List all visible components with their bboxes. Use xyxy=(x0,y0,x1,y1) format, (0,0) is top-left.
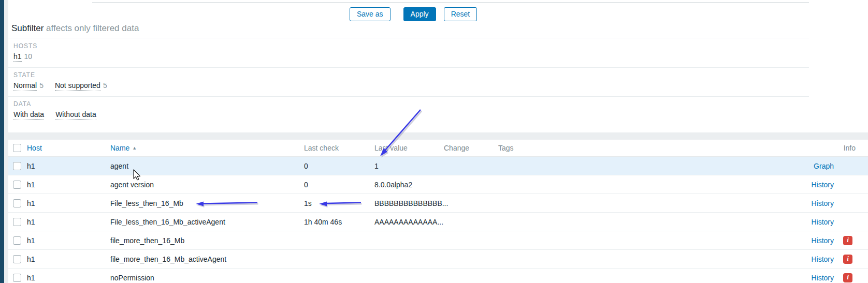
last-check-value: 1s xyxy=(304,194,312,213)
host-link[interactable]: h1 xyxy=(27,231,35,251)
history-link[interactable]: History xyxy=(811,250,834,269)
row-checkbox[interactable] xyxy=(13,236,21,245)
subfilter-title-note: affects only filtered data xyxy=(46,23,139,33)
last-check-value: 1h 40m 46s xyxy=(304,213,342,231)
error-info-icon[interactable]: i xyxy=(843,273,852,282)
table-row: h1 File_less_then_16_Mb 1s BBBBBBBBBBBBB… xyxy=(8,194,868,213)
data-subfilter-links: With data Without data xyxy=(13,110,108,118)
subfilter-host-h1[interactable]: h1 xyxy=(13,52,22,62)
data-section-label: DATA xyxy=(13,100,31,108)
subfilter-state-normal[interactable]: Normal xyxy=(13,81,37,91)
item-name-link[interactable]: noPermission xyxy=(110,269,154,283)
row-checkbox[interactable] xyxy=(13,218,21,226)
sort-name-header[interactable]: Name xyxy=(110,144,129,152)
last-value-header: Last value xyxy=(374,140,408,157)
subfilter-state-not-supported-count: 5 xyxy=(103,81,107,90)
last-value: BBBBBBBBBBBBBB... xyxy=(374,194,448,213)
sidebar-edge xyxy=(0,0,4,283)
subfilter-state-normal-count: 5 xyxy=(39,81,44,90)
row-checkbox[interactable] xyxy=(13,255,21,263)
item-name-link[interactable]: agent xyxy=(110,157,128,176)
table-row: h1 file_more_then_16_Mb History i xyxy=(8,231,868,250)
zabbix-latest-data-screen: Save as Apply Reset Subfilter affects on… xyxy=(0,0,868,283)
table-row: h1 agent 0 1 Graph xyxy=(8,157,868,175)
state-subfilter-links: Normal5 Not supported5 xyxy=(13,81,119,90)
save-as-button[interactable]: Save as xyxy=(350,7,390,21)
item-name-link[interactable]: file_more_then_16_Mb_activeAgent xyxy=(110,250,226,270)
sort-asc-icon: ▲ xyxy=(132,145,137,151)
subfilter-without-data[interactable]: Without data xyxy=(55,110,96,120)
apply-button[interactable]: Apply xyxy=(403,7,436,21)
table-row: h1 agent version 0 8.0.0alpha2 History xyxy=(8,175,868,194)
subfilter-with-data[interactable]: With data xyxy=(13,110,44,120)
subfilter-host-count: 10 xyxy=(24,52,33,61)
change-header: Change xyxy=(444,140,469,157)
reset-button[interactable]: Reset xyxy=(444,7,478,21)
filter-buttons: Save as Apply Reset xyxy=(350,7,477,21)
row-checkbox[interactable] xyxy=(13,274,21,282)
state-section-label: STATE xyxy=(13,71,35,79)
tags-header: Tags xyxy=(498,140,514,157)
table-header-row: Host Name▲ Last check Last value Change … xyxy=(8,140,868,157)
row-checkbox[interactable] xyxy=(13,199,21,207)
item-name-link[interactable]: File_less_then_16_Mb_activeAgent xyxy=(110,213,225,232)
host-link[interactable]: h1 xyxy=(27,175,35,195)
error-info-icon[interactable]: i xyxy=(843,236,852,245)
history-link[interactable]: History xyxy=(811,269,834,283)
latest-data-table: Host Name▲ Last check Last value Change … xyxy=(8,140,868,283)
host-link[interactable]: h1 xyxy=(27,157,35,176)
last-check-header: Last check xyxy=(304,140,339,157)
table-row: h1 noPermission History i xyxy=(8,269,868,283)
info-header: Info xyxy=(844,140,856,157)
item-name-link[interactable]: File_less_then_16_Mb xyxy=(110,194,183,214)
item-name-link[interactable]: agent version xyxy=(110,175,154,195)
history-link[interactable]: History xyxy=(811,231,834,250)
host-link[interactable]: h1 xyxy=(27,213,35,232)
select-all-checkbox[interactable] xyxy=(13,144,21,152)
last-value: 1 xyxy=(374,157,379,175)
item-name-link[interactable]: file_more_then_16_Mb xyxy=(110,231,184,251)
subfilter-title-main: Subfilter xyxy=(11,23,44,33)
row-checkbox[interactable] xyxy=(13,162,21,170)
row-checkbox[interactable] xyxy=(13,181,21,189)
error-info-icon[interactable]: i xyxy=(843,255,852,264)
last-value: 8.0.0alpha2 xyxy=(374,175,412,194)
subfilter-title: Subfilter affects only filtered data xyxy=(11,23,139,34)
history-link[interactable]: History xyxy=(811,213,834,231)
table-row: h1 file_more_then_16_Mb_activeAgent Hist… xyxy=(8,250,868,269)
history-link[interactable]: History xyxy=(811,175,834,194)
last-check-value: 0 xyxy=(304,157,308,175)
divider xyxy=(8,38,809,38)
divider xyxy=(92,2,809,3)
host-link[interactable]: h1 xyxy=(27,194,35,214)
host-link[interactable]: h1 xyxy=(27,250,35,270)
hosts-section-label: HOSTS xyxy=(13,42,37,50)
divider xyxy=(8,67,809,68)
sort-host-header[interactable]: Host xyxy=(27,140,42,157)
subfilter-state-not-supported[interactable]: Not supported xyxy=(55,81,100,91)
hosts-subfilter-links: h110 xyxy=(13,52,44,61)
host-link[interactable]: h1 xyxy=(27,269,35,283)
history-link[interactable]: History xyxy=(811,194,834,213)
filter-panel: Save as Apply Reset Subfilter affects on… xyxy=(8,0,868,132)
divider xyxy=(8,96,809,97)
last-value: AAAAAAAAAAAAA... xyxy=(374,213,443,231)
table-row: h1 File_less_then_16_Mb_activeAgent 1h 4… xyxy=(8,213,868,231)
last-check-value: 0 xyxy=(304,175,308,194)
graph-link[interactable]: Graph xyxy=(814,157,834,175)
